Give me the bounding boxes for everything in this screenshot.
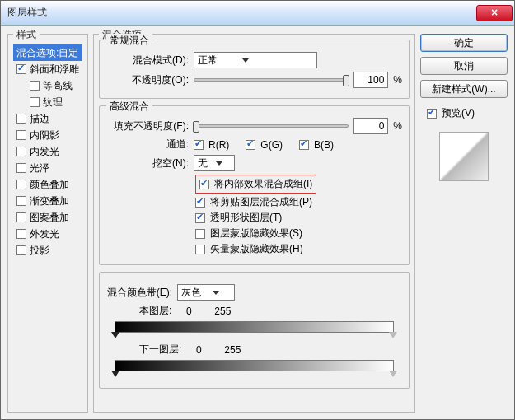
fill-opacity-slider[interactable] xyxy=(194,124,349,128)
preview-checkbox[interactable] xyxy=(427,109,437,119)
style-item[interactable]: 纹理 xyxy=(13,94,82,110)
preview-label: 预览(V) xyxy=(442,106,475,120)
blend-if-group: 混合颜色带(E): 灰色 本图层: 0 255 xyxy=(99,272,410,389)
style-checkbox[interactable] xyxy=(16,180,26,189)
style-checkbox[interactable] xyxy=(16,64,26,74)
style-label: 斜面和浮雕 xyxy=(30,63,79,77)
under-layer-blendbar[interactable] xyxy=(115,360,394,371)
adv-opt-label: 透明形状图层(T) xyxy=(210,211,282,225)
style-label: 外发光 xyxy=(30,227,59,241)
style-item[interactable]: 内发光 xyxy=(13,143,82,160)
style-item[interactable]: 投影 xyxy=(13,242,82,259)
under-layer-label: 下一图层: xyxy=(139,343,181,357)
adv-opt-checkbox[interactable] xyxy=(195,198,205,208)
preview-thumbnail xyxy=(439,132,489,181)
style-checkbox[interactable] xyxy=(16,130,26,140)
styles-list: 混合选项:自定斜面和浮雕等高线纹理描边内阴影内发光光泽颜色叠加渐变叠加图案叠加外… xyxy=(13,44,82,259)
knockout-select[interactable]: 无 xyxy=(194,155,235,171)
dialog-title: 图层样式 xyxy=(7,6,476,20)
this-layer-blendbar[interactable] xyxy=(115,321,394,333)
style-item[interactable]: 图案叠加 xyxy=(13,209,82,226)
styles-legend: 样式 xyxy=(13,28,40,42)
blend-mode-label: 混合模式(D): xyxy=(106,54,189,68)
style-label: 描边 xyxy=(30,112,49,126)
style-label: 内阴影 xyxy=(30,128,59,142)
blend-mode-select[interactable]: 正常 xyxy=(194,52,317,68)
adv-opt-label: 矢量蒙版隐藏效果(H) xyxy=(210,242,303,256)
adv-opt-checkbox[interactable] xyxy=(195,229,205,239)
style-label: 等高线 xyxy=(43,79,73,93)
general-blending-group: 常规混合 混合模式(D): 正常 不透明度(O): 100 % xyxy=(99,40,410,99)
style-checkbox[interactable] xyxy=(16,163,26,173)
blend-if-label: 混合颜色带(E): xyxy=(106,286,172,300)
opacity-label: 不透明度(O): xyxy=(106,73,189,87)
opacity-slider[interactable] xyxy=(194,78,349,82)
knockout-label: 挖空(N): xyxy=(106,156,189,170)
general-blending-legend: 常规混合 xyxy=(106,34,152,48)
adv-opt-label: 将剪贴图层混合成组(P) xyxy=(210,195,312,209)
style-label: 图案叠加 xyxy=(30,211,69,225)
style-item[interactable]: 渐变叠加 xyxy=(13,193,82,209)
style-checkbox[interactable] xyxy=(30,81,40,91)
style-checkbox[interactable] xyxy=(16,114,26,124)
fill-opacity-input[interactable]: 0 xyxy=(353,118,388,134)
style-label: 混合选项:自定 xyxy=(16,46,78,60)
fill-opacity-label: 填充不透明度(F): xyxy=(106,119,189,133)
style-label: 颜色叠加 xyxy=(30,178,69,192)
chevron-down-icon xyxy=(242,58,249,63)
style-item[interactable]: 颜色叠加 xyxy=(13,176,82,193)
style-checkbox[interactable] xyxy=(16,196,26,206)
chevron-down-icon xyxy=(216,161,222,166)
channel-b-checkbox[interactable] xyxy=(299,140,309,150)
close-button[interactable]: × xyxy=(476,5,513,21)
blend-if-select[interactable]: 灰色 xyxy=(177,284,235,301)
style-checkbox[interactable] xyxy=(16,229,26,239)
style-item[interactable]: 内阴影 xyxy=(13,127,82,143)
adv-opt-label: 图层蒙版隐藏效果(S) xyxy=(210,226,302,240)
new-style-button[interactable]: 新建样式(W)... xyxy=(420,80,508,98)
style-item[interactable]: 光泽 xyxy=(13,160,82,176)
style-checkbox[interactable] xyxy=(30,97,40,107)
style-label: 内发光 xyxy=(30,145,59,159)
advanced-blending-legend: 高级混合 xyxy=(106,100,152,114)
style-item[interactable]: 等高线 xyxy=(13,77,82,94)
style-item[interactable]: 混合选项:自定 xyxy=(13,44,82,61)
opacity-input[interactable]: 100 xyxy=(353,72,388,88)
style-label: 渐变叠加 xyxy=(30,194,69,208)
style-item[interactable]: 描边 xyxy=(13,110,82,127)
adv-opt-checkbox[interactable] xyxy=(195,245,205,254)
titlebar[interactable]: 图层样式 × xyxy=(1,1,514,26)
ok-button[interactable]: 确定 xyxy=(420,34,508,52)
adv-opt-label: 将内部效果混合成组(I) xyxy=(214,177,312,191)
style-checkbox[interactable] xyxy=(16,245,26,255)
advanced-blending-group: 高级混合 填充不透明度(F): 0 % 通道: R(R) G(G) B(B) xyxy=(99,105,410,265)
style-label: 光泽 xyxy=(30,161,49,175)
style-label: 投影 xyxy=(30,244,49,258)
channel-g-checkbox[interactable] xyxy=(246,140,255,150)
style-item[interactable]: 斜面和浮雕 xyxy=(13,61,82,77)
cancel-button[interactable]: 取消 xyxy=(420,57,508,75)
style-label: 纹理 xyxy=(43,96,63,110)
chevron-down-icon xyxy=(213,291,219,295)
adv-opt-checkbox[interactable] xyxy=(199,180,209,189)
channels-label: 通道: xyxy=(106,138,189,152)
this-layer-label: 本图层: xyxy=(139,304,171,318)
adv-opt-checkbox[interactable] xyxy=(195,213,205,223)
style-checkbox[interactable] xyxy=(16,212,26,222)
channel-r-checkbox[interactable] xyxy=(194,140,204,150)
layer-style-dialog: 图层样式 × 样式 混合选项:自定斜面和浮雕等高线纹理描边内阴影内发光光泽颜色叠… xyxy=(0,0,515,420)
style-checkbox[interactable] xyxy=(16,147,26,156)
style-item[interactable]: 外发光 xyxy=(13,226,82,242)
